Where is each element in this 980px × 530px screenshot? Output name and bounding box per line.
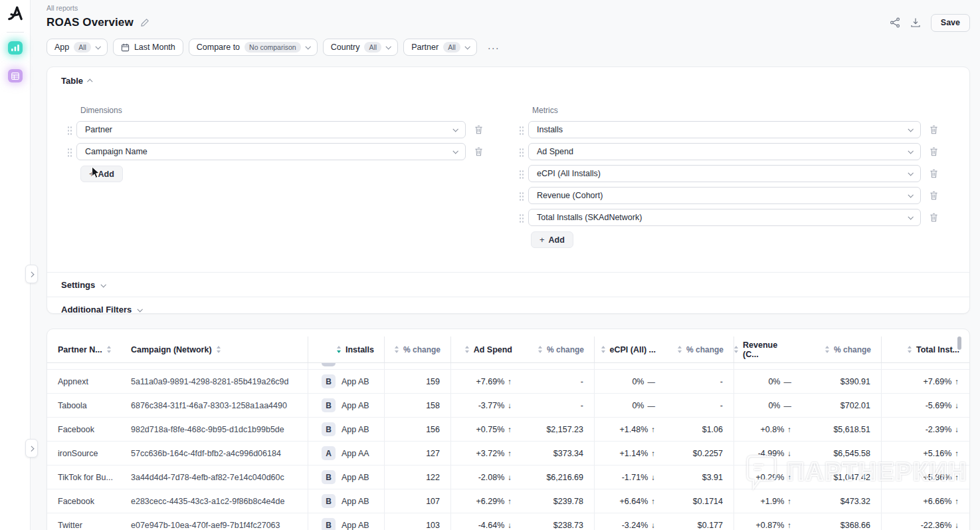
drag-handle-icon[interactable] — [519, 169, 524, 179]
delete-dimension-icon[interactable] — [474, 125, 483, 134]
filter-app[interactable]: App All — [47, 39, 108, 56]
trend-arrow-icon: ↑ — [508, 450, 512, 458]
column-header-total-installs[interactable]: Total Inst... — [881, 336, 969, 362]
metric-row: Total Installs (SKAdNetwork) — [519, 209, 938, 226]
column-header-campaign[interactable]: Campaign (Network) — [118, 336, 308, 362]
drag-handle-icon[interactable] — [519, 125, 524, 135]
drag-handle-icon[interactable] — [519, 191, 524, 201]
sidebar-item-dashboards[interactable] — [8, 41, 23, 55]
trend-arrow-icon: ↓ — [508, 521, 512, 529]
column-header-change[interactable]: % change — [666, 336, 734, 362]
drag-handle-icon[interactable] — [519, 213, 524, 223]
metric-select[interactable]: Installs — [528, 121, 921, 138]
sort-icon[interactable] — [678, 346, 682, 353]
installs-cell: 159 — [384, 370, 450, 393]
sort-icon[interactable] — [217, 346, 221, 353]
filter-partner[interactable]: Partner All — [403, 39, 477, 56]
sort-icon[interactable] — [734, 346, 738, 353]
sort-icon[interactable] — [825, 346, 829, 353]
sort-icon[interactable] — [107, 346, 111, 353]
sidebar-item-report-tables[interactable] — [8, 69, 23, 82]
trend-arrow-icon: ↑ — [955, 378, 959, 386]
table-row[interactable]: Taboola 6876c384-31f1-46a7-8303-1258a1aa… — [47, 394, 969, 418]
filter-compare-to[interactable]: Compare to No comparison — [189, 39, 318, 56]
dimension-select[interactable]: Campaign Name — [76, 143, 466, 160]
sidebar-expand-button[interactable] — [25, 265, 38, 283]
sort-icon[interactable] — [395, 346, 399, 353]
breadcrumb[interactable]: All reports — [47, 4, 970, 13]
table-row[interactable]: Twitter e07e947b-10ea-470f-aef9-7b1f4fc2… — [47, 513, 969, 530]
campaign-cell: 5a11a0a9-9891-4298-8281-85b419a26c9d — [118, 370, 308, 393]
drag-handle-icon[interactable] — [67, 147, 72, 157]
add-metric-button[interactable]: + Add — [531, 231, 573, 248]
table-row[interactable]: Appnext 5a11a0a9-9891-4298-8281-85b419a2… — [47, 370, 969, 394]
chevron-right-icon — [29, 271, 34, 277]
save-button[interactable]: Save — [931, 14, 970, 32]
delete-metric-icon[interactable] — [930, 169, 938, 178]
sort-icon[interactable] — [908, 346, 912, 353]
column-header-change[interactable]: % change — [384, 336, 450, 362]
sidebar-divider — [7, 32, 24, 33]
column-header-ad-spend[interactable]: Ad Spend — [450, 336, 522, 362]
drag-handle-icon[interactable] — [67, 125, 72, 135]
delete-dimension-icon[interactable] — [474, 147, 483, 156]
column-header-installs[interactable]: Installs — [308, 336, 384, 362]
revenue-change-cell: +6.66%↑ — [881, 489, 969, 513]
metric-select[interactable]: Revenue (Cohort) — [528, 187, 921, 204]
sidebar-expand-button[interactable] — [25, 439, 38, 458]
table-header-row: Partner N... Campaign (Network) Installs… — [47, 336, 969, 363]
table-scrollbar-thumb[interactable] — [957, 336, 961, 350]
column-header-revenue[interactable]: Revenue (C... — [734, 336, 802, 362]
sort-icon[interactable] — [465, 346, 469, 353]
column-header-ecpi[interactable]: eCPI (All) ... — [594, 336, 666, 362]
campaign-cell: e07e947b-10ea-470f-aef9-7b1f4fc27063 — [118, 513, 308, 530]
chevron-right-icon — [29, 446, 34, 451]
delete-metric-icon[interactable] — [930, 213, 938, 222]
revenue-change-cell: +5.16%↑ — [881, 442, 969, 465]
column-header-change[interactable]: % change — [522, 336, 594, 362]
table-row[interactable]: ironSource 57cc636b-164c-4fdf-bfb2-a4c99… — [47, 442, 969, 465]
chevron-down-icon — [95, 44, 100, 49]
add-dimension-button[interactable]: + Add — [80, 166, 123, 182]
metrics-column: Metrics Installs Ad Spend — [519, 106, 938, 272]
delete-metric-icon[interactable] — [930, 147, 938, 156]
ad-spend-cell: $373.34 — [522, 442, 594, 465]
column-header-change[interactable]: % change — [802, 336, 881, 362]
report-table: Partner N... Campaign (Network) Installs… — [47, 329, 970, 530]
sort-icon[interactable] — [601, 346, 605, 353]
share-icon[interactable] — [890, 17, 900, 28]
installs-cell: 156 — [384, 418, 450, 441]
column-header-partner[interactable]: Partner N... — [47, 336, 118, 362]
ecpi-cell: - — [666, 370, 734, 393]
more-filters-button[interactable]: ··· — [488, 42, 500, 53]
filter-country[interactable]: Country All — [323, 39, 398, 56]
delete-metric-icon[interactable] — [930, 125, 938, 134]
download-icon[interactable] — [910, 17, 921, 28]
settings-section-toggle[interactable]: Settings — [47, 272, 969, 297]
ecpi-cell: $1.06 — [666, 418, 734, 441]
ad-spend-cell: $238.73 — [522, 513, 594, 530]
app-cell: B App AB — [308, 513, 384, 530]
ecpi-change-cell: +0.8%↑ — [734, 418, 802, 441]
metric-select[interactable]: eCPI (All Installs) — [528, 165, 921, 182]
filter-date-range[interactable]: Last Month — [113, 39, 183, 56]
table-row[interactable]: TikTok for Bu... 3a44d4d4-7d78-4efb-af82… — [47, 465, 969, 489]
dimension-select[interactable]: Partner — [76, 121, 466, 138]
additional-filters-section-toggle[interactable]: Additional Filters — [47, 297, 969, 321]
installs-change-cell: +6.29%↑ — [450, 489, 522, 513]
app-cell: B App AB — [308, 394, 384, 417]
table-section-toggle[interactable]: Table — [61, 76, 955, 86]
drag-handle-icon[interactable] — [519, 147, 524, 157]
table-row[interactable]: Facebook e283cecc-4435-43c3-a1c2-9f86b8c… — [47, 489, 969, 513]
sort-icon[interactable] — [538, 346, 542, 353]
revenue-change-cell: -2.39%↓ — [881, 418, 969, 441]
edit-title-icon[interactable] — [140, 18, 149, 27]
metric-select[interactable]: Total Installs (SKAdNetwork) — [528, 209, 921, 226]
trend-arrow-icon: ↓ — [508, 402, 512, 410]
delete-metric-icon[interactable] — [930, 191, 938, 200]
metric-select[interactable]: Ad Spend — [528, 143, 921, 160]
sort-desc-active-icon[interactable] — [337, 346, 341, 353]
app-cell: B App AB — [308, 489, 384, 513]
trend-arrow-icon: ↑ — [508, 378, 512, 386]
table-row[interactable]: Facebook 982d718a-f8fe-468c-9b95-d1dc1b9… — [47, 418, 969, 442]
